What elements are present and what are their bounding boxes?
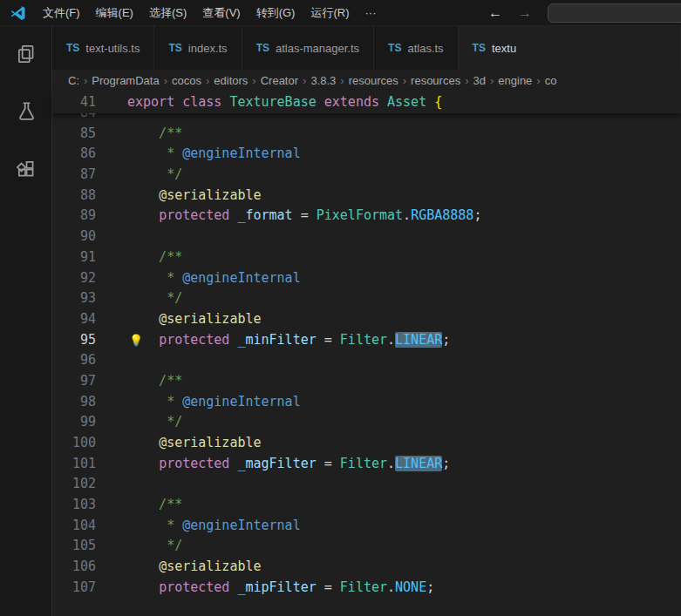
breadcrumb-item[interactable]: cocos bbox=[172, 74, 201, 87]
line-number[interactable]: 98 bbox=[52, 392, 96, 413]
code-token: */ bbox=[127, 290, 182, 306]
breadcrumb-item[interactable]: 3.8.3 bbox=[310, 74, 336, 87]
code-token: @engineInternal bbox=[182, 270, 300, 286]
breadcrumb-item[interactable]: 3d bbox=[473, 74, 486, 87]
tab-atlas-manager-ts[interactable]: TSatlas-manager.ts bbox=[242, 26, 374, 70]
breadcrumb-item[interactable]: resources bbox=[349, 74, 398, 87]
code-line[interactable]: 84 bbox=[52, 113, 681, 124]
menu-item-文件F[interactable]: 文件(F) bbox=[35, 0, 88, 26]
line-number[interactable]: 101 bbox=[52, 454, 96, 475]
menu-item-查看V[interactable]: 查看(V) bbox=[194, 0, 248, 26]
code-line[interactable]: 93 */ bbox=[52, 288, 681, 309]
activity-bar bbox=[0, 26, 52, 616]
code-line-text: @serializable bbox=[127, 557, 262, 578]
breadcrumb-item[interactable]: ProgramData bbox=[92, 74, 159, 87]
tab-textu[interactable]: TStextu bbox=[459, 26, 681, 70]
line-number[interactable]: 88 bbox=[52, 186, 96, 206]
testing-flask-icon[interactable] bbox=[12, 98, 40, 125]
tab-atlas-ts[interactable]: TSatlas.ts bbox=[374, 26, 459, 70]
line-number[interactable]: 102 bbox=[52, 474, 96, 495]
tab-bar: TStext-utils.tsTSindex.tsTSatlas-manager… bbox=[52, 26, 681, 70]
code-line[interactable]: 85 /** bbox=[52, 124, 681, 145]
code-editor[interactable]: 8485 /**86 * @engineInternal87 */88 @ser… bbox=[52, 113, 681, 616]
breadcrumb-item[interactable]: engine bbox=[498, 74, 532, 87]
line-number[interactable]: 97 bbox=[52, 371, 96, 392]
menu-item-编辑E[interactable]: 编辑(E) bbox=[88, 0, 141, 26]
code-line[interactable]: 87 */ bbox=[52, 165, 681, 186]
breadcrumb-separator: › bbox=[403, 74, 406, 87]
code-token: @serializable bbox=[159, 435, 261, 450]
code-token: * bbox=[127, 394, 182, 410]
line-number[interactable]: 91 bbox=[52, 247, 96, 268]
code-line[interactable]: 89 protected _format = PixelFormat.RGBA8… bbox=[52, 206, 681, 227]
nav-forward-icon[interactable]: → bbox=[518, 0, 532, 26]
menu-item-[interactable]: ··· bbox=[357, 0, 384, 26]
code-line[interactable]: 86 * @engineInternal bbox=[52, 144, 681, 165]
gutter-space bbox=[96, 536, 127, 557]
line-number[interactable]: 94 bbox=[52, 309, 96, 330]
code-token: NONE bbox=[395, 579, 426, 595]
breadcrumb-item[interactable]: resources bbox=[411, 74, 460, 87]
code-token: _format bbox=[229, 207, 292, 223]
line-number[interactable]: 100 bbox=[52, 433, 96, 454]
code-line[interactable]: 104 * @engineInternal bbox=[52, 516, 681, 537]
tab-index-ts[interactable]: TSindex.ts bbox=[154, 26, 242, 70]
menu-item-转到G[interactable]: 转到(G) bbox=[249, 0, 303, 26]
line-number[interactable]: 105 bbox=[52, 536, 96, 557]
code-line[interactable]: 95💡 protected _minFilter = Filter.LINEAR… bbox=[52, 330, 681, 351]
code-line[interactable]: 92 * @engineInternal bbox=[52, 268, 681, 289]
code-line[interactable]: 88 @serializable bbox=[52, 186, 681, 206]
line-number[interactable]: 86 bbox=[52, 144, 96, 165]
code-token bbox=[127, 187, 159, 203]
code-line-text: /** bbox=[127, 247, 182, 268]
line-number[interactable]: 93 bbox=[52, 288, 96, 309]
command-center-search[interactable] bbox=[548, 3, 681, 23]
code-line[interactable]: 100 @serializable bbox=[52, 433, 681, 454]
code-token: @serializable bbox=[159, 558, 261, 574]
code-line[interactable]: 94 @serializable bbox=[52, 309, 681, 330]
code-line[interactable]: 102 bbox=[52, 474, 681, 495]
line-number[interactable]: 96 bbox=[52, 350, 96, 371]
line-number[interactable]: 95 bbox=[52, 330, 96, 351]
line-number[interactable]: 87 bbox=[52, 165, 96, 186]
code-token: @engineInternal bbox=[182, 394, 300, 410]
code-line[interactable]: 96 bbox=[52, 350, 681, 371]
code-line[interactable]: 91 /** bbox=[52, 247, 681, 268]
line-number[interactable]: 99 bbox=[52, 412, 96, 433]
tab-label: atlas-manager.ts bbox=[276, 42, 359, 55]
tab-text-utils-ts[interactable]: TStext-utils.ts bbox=[52, 26, 154, 70]
line-number[interactable]: 84 bbox=[52, 113, 96, 124]
line-number[interactable]: 92 bbox=[52, 268, 96, 289]
sticky-scroll-line[interactable]: 41 export class TextureBase extends Asse… bbox=[52, 91, 681, 113]
code-line[interactable]: 107 protected _mipFilter = Filter.NONE; bbox=[52, 578, 681, 599]
line-number[interactable]: 85 bbox=[52, 124, 96, 145]
code-line[interactable]: 97 /** bbox=[52, 371, 681, 392]
code-token: class bbox=[174, 94, 221, 110]
code-line[interactable]: 98 * @engineInternal bbox=[52, 392, 681, 413]
line-number[interactable]: 107 bbox=[52, 578, 96, 599]
lightbulb-icon[interactable]: 💡 bbox=[129, 331, 143, 350]
code-line[interactable]: 99 */ bbox=[52, 412, 681, 433]
code-line[interactable]: 90 bbox=[52, 227, 681, 247]
menu-item-选择S[interactable]: 选择(S) bbox=[141, 0, 194, 26]
explorer-icon[interactable] bbox=[12, 40, 40, 68]
line-number[interactable]: 89 bbox=[52, 206, 96, 227]
code-line-text: */ bbox=[127, 412, 182, 433]
menu-item-运行R[interactable]: 运行(R) bbox=[303, 0, 357, 26]
code-line[interactable]: 105 */ bbox=[52, 536, 681, 557]
code-line[interactable]: 106 @serializable bbox=[52, 557, 681, 578]
code-line[interactable]: 101 protected _magFilter = Filter.LINEAR… bbox=[52, 454, 681, 475]
line-number[interactable]: 104 bbox=[52, 516, 96, 537]
breadcrumb-item[interactable]: Creator bbox=[261, 74, 298, 87]
breadcrumb-item[interactable]: co bbox=[545, 74, 557, 87]
extensions-icon[interactable] bbox=[12, 155, 40, 183]
code-line[interactable]: 103 /** bbox=[52, 495, 681, 516]
line-number[interactable]: 103 bbox=[52, 495, 96, 516]
line-number[interactable]: 90 bbox=[52, 227, 96, 247]
nav-back-icon[interactable]: ← bbox=[488, 0, 502, 26]
breadcrumb-item[interactable]: editors bbox=[214, 74, 248, 87]
line-number[interactable]: 106 bbox=[52, 557, 96, 578]
code-token bbox=[127, 579, 159, 595]
breadcrumb-item[interactable]: C: bbox=[68, 74, 79, 87]
code-line-text: @serializable bbox=[127, 433, 262, 454]
